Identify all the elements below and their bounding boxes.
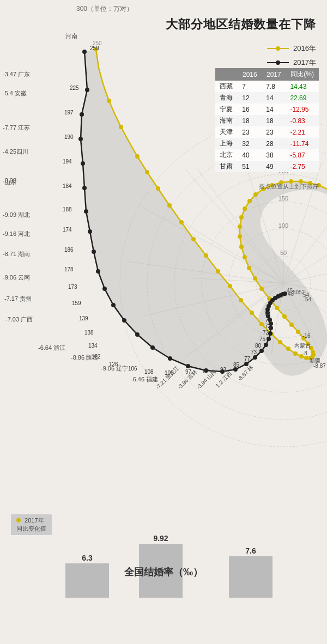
- svg-point-95: [111, 303, 116, 307]
- svg-point-36: [135, 154, 140, 159]
- svg-point-64: [275, 306, 279, 310]
- main-container: 300（单位：万对） 大部分地区结婚数量在下降 2016年 2017年 2016…: [0, 0, 327, 644]
- svg-text:100: 100: [278, 222, 288, 229]
- svg-rect-190: [65, 563, 109, 598]
- table-row: 天津2323-2.21: [215, 126, 319, 138]
- svg-point-108: [267, 337, 271, 341]
- svg-point-72: [238, 224, 242, 229]
- svg-point-74: [243, 206, 247, 211]
- svg-text:-5.4 安徽: -5.4 安徽: [3, 90, 27, 96]
- svg-point-34: [107, 99, 111, 103]
- svg-point-89: [82, 186, 87, 190]
- svg-text:-9.16 河北: -9.16 河北: [3, 230, 30, 237]
- svg-text:72: 72: [265, 323, 271, 329]
- svg-point-107: [264, 343, 268, 347]
- svg-point-73: [239, 215, 244, 220]
- svg-text:173: 173: [68, 284, 77, 290]
- svg-text:194: 194: [63, 159, 72, 165]
- svg-point-84: [82, 50, 87, 54]
- svg-point-96: [122, 318, 126, 323]
- main-title: 大部分地区结婚数量在下降: [166, 16, 316, 33]
- svg-text:河南: 河南: [65, 33, 77, 39]
- svg-point-93: [96, 269, 100, 274]
- legend-dot: [16, 518, 21, 523]
- svg-point-47: [259, 322, 264, 326]
- svg-text:186: 186: [64, 247, 74, 253]
- svg-point-88: [81, 161, 85, 166]
- legend-box: 2017年同比变化值: [11, 514, 52, 535]
- svg-text:197: 197: [64, 110, 74, 116]
- svg-point-85: [85, 88, 89, 92]
- svg-text:-8.86 陕西: -8.86 陕西: [71, 354, 98, 361]
- legend-box-label: 2017年同比变化值: [16, 517, 46, 532]
- svg-point-67: [253, 276, 257, 281]
- svg-text:-6.64 浙江: -6.64 浙江: [38, 344, 65, 351]
- svg-text:106: 106: [128, 366, 137, 372]
- svg-text:77: 77: [244, 356, 251, 362]
- svg-text:-6.46 福建: -6.46 福建: [131, 376, 158, 382]
- svg-text:-4.25四川: -4.25四川: [3, 148, 28, 155]
- svg-text:-8.71 湖南: -8.71 湖南: [3, 251, 30, 257]
- svg-text:188: 188: [63, 206, 72, 212]
- svg-point-75: [247, 199, 252, 203]
- svg-text:54: 54: [305, 296, 312, 302]
- svg-point-76: [253, 192, 258, 197]
- svg-text:134: 134: [88, 343, 98, 349]
- svg-point-49: [278, 340, 282, 344]
- bottom-chart-title: 全国结婚率（‰）: [124, 566, 203, 579]
- svg-point-92: [92, 250, 96, 254]
- svg-point-61: [296, 330, 300, 334]
- svg-text:250: 250: [93, 40, 102, 46]
- legend-item-2016: 2016年: [267, 44, 316, 53]
- svg-point-68: [247, 266, 251, 270]
- svg-point-41: [191, 237, 196, 241]
- svg-rect-194: [229, 556, 272, 598]
- svg-text:6.3: 6.3: [82, 554, 93, 562]
- table-header-2016: 2016: [238, 68, 262, 81]
- svg-point-57: [311, 350, 315, 354]
- svg-text:50: 50: [293, 289, 299, 295]
- svg-text:-8: -8: [302, 350, 307, 356]
- svg-text:225: 225: [70, 85, 79, 91]
- svg-text:-8.08: -8.08: [3, 177, 16, 184]
- svg-text:72: 72: [263, 330, 269, 336]
- svg-text:190: 190: [64, 134, 74, 140]
- svg-point-62: [289, 323, 294, 327]
- svg-text:50: 50: [280, 250, 287, 256]
- svg-point-44: [228, 284, 232, 288]
- svg-text:159: 159: [72, 300, 81, 306]
- legend-line-2016: [267, 48, 289, 49]
- svg-point-69: [243, 255, 247, 259]
- svg-text:150: 150: [278, 195, 288, 202]
- svg-text:-7.77 江苏: -7.77 江苏: [3, 124, 30, 131]
- svg-text:85: 85: [233, 362, 240, 368]
- svg-text:75: 75: [265, 317, 272, 323]
- svg-text:93: 93: [220, 367, 227, 373]
- table-row: 青海121422.69: [215, 92, 319, 104]
- table-row: 西藏77.814.43: [215, 81, 319, 92]
- svg-point-104: [244, 362, 249, 366]
- table-row: 北京4038-5.87: [215, 149, 319, 161]
- svg-point-35: [119, 125, 123, 129]
- svg-point-40: [179, 220, 184, 224]
- svg-text:74: 74: [264, 311, 270, 317]
- svg-point-90: [84, 209, 88, 214]
- svg-point-99: [168, 356, 172, 361]
- legend-item-2017: 2017年: [267, 58, 316, 68]
- table-row: 宁夏1614-12.95: [215, 104, 319, 115]
- svg-point-106: [259, 349, 264, 353]
- svg-text:73: 73: [251, 349, 257, 355]
- svg-text:-9.06 辽宁: -9.06 辽宁: [101, 365, 128, 372]
- svg-text:108: 108: [144, 369, 154, 375]
- svg-point-51: [293, 351, 298, 356]
- svg-point-97: [135, 332, 140, 337]
- svg-text:139: 139: [79, 315, 88, 321]
- svg-text:174: 174: [63, 227, 72, 233]
- svg-point-71: [238, 234, 242, 239]
- legend-label-2017: 2017年: [293, 58, 316, 68]
- svg-point-103: [233, 367, 238, 372]
- table-header-province: [215, 68, 238, 81]
- svg-text:-9.06 云南: -9.06 云南: [3, 274, 30, 281]
- svg-point-91: [88, 229, 92, 234]
- table-header-yoy: 同比(%): [286, 68, 319, 81]
